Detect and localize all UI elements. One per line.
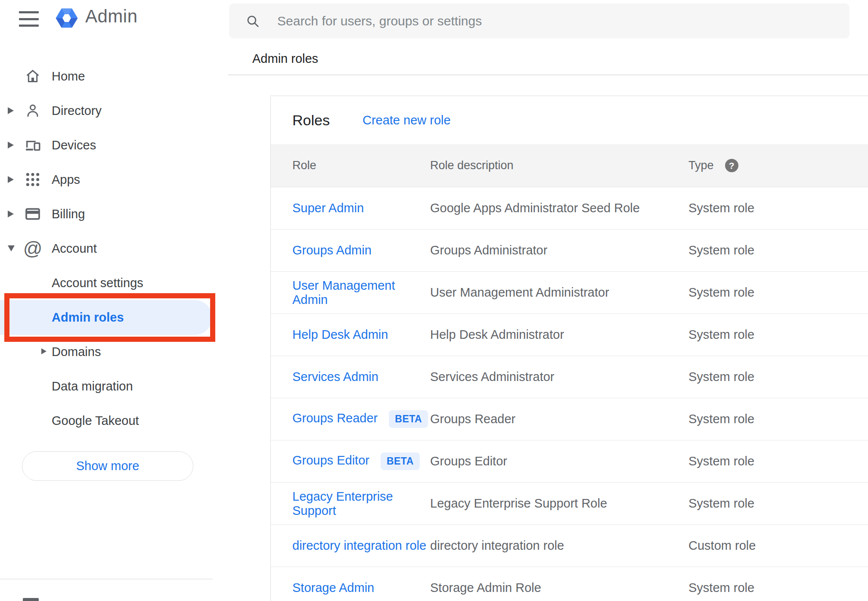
table-row: Groups ReaderBETAGroups ReaderSystem rol… [271, 398, 868, 440]
expand-arrow-icon[interactable] [41, 348, 46, 354]
sidebar-item-devices[interactable]: Devices [0, 128, 228, 162]
brand-header: Admin [0, 0, 228, 39]
beta-badge: BETA [381, 452, 420, 470]
sidebar-item-data-migration[interactable]: Data migration [0, 369, 228, 403]
role-description: User Management Administrator [430, 285, 688, 300]
search-bar[interactable] [229, 3, 849, 38]
role-description: Help Desk Administrator [430, 328, 688, 342]
sidebar-item-label: Devices [52, 128, 96, 162]
role-description: directory integration role [430, 539, 688, 553]
role-description: Groups Reader [430, 412, 688, 426]
sidebar-item-label: Apps [52, 162, 80, 197]
role-link[interactable]: Services Admin [292, 370, 378, 384]
sidebar-item-label: Account [52, 231, 97, 266]
sidebar-item-label: Billing [52, 197, 85, 231]
role-type: System role [688, 454, 868, 468]
breadcrumb: Admin roles [252, 52, 318, 66]
role-link[interactable]: Storage Admin [292, 581, 374, 595]
sidebar-item-admin-roles[interactable]: Admin roles [0, 300, 228, 335]
role-link[interactable]: Super Admin [292, 201, 364, 215]
sidebar-item-apps[interactable]: Apps [0, 162, 228, 197]
sidebar-item-label: Home [52, 59, 85, 93]
admin-logo-icon [54, 6, 79, 31]
role-link[interactable]: directory integration role [292, 539, 426, 552]
column-header-description: Role description [430, 159, 688, 172]
sidebar-item-domains[interactable]: Domains [0, 335, 228, 369]
panel-title: Roles [292, 112, 330, 129]
role-description: Storage Admin Role [430, 581, 688, 595]
role-description: Groups Editor [430, 454, 688, 468]
role-type: System role [688, 370, 868, 384]
role-type: System role [688, 496, 868, 511]
sidebar-item-label: Directory [52, 93, 102, 128]
create-new-role-link[interactable]: Create new role [363, 113, 451, 127]
role-type: Custom role [688, 539, 868, 553]
sidebar-item-directory[interactable]: Directory [0, 93, 228, 128]
role-link[interactable]: Groups Admin [292, 243, 372, 257]
sidebar-item-google-takeout[interactable]: Google Takeout [0, 403, 228, 438]
sidebar-item-account[interactable]: @ Account [0, 231, 228, 266]
search-input[interactable] [277, 3, 849, 38]
apps-grid-icon [24, 171, 41, 188]
content-divider [228, 74, 868, 75]
column-header-type: Type ? [688, 159, 868, 172]
sidebar-item-label: Data migration [52, 369, 133, 403]
show-more-button[interactable]: Show more [22, 451, 193, 481]
sidebar-item-label: Admin roles [52, 300, 124, 335]
partial-icon [23, 598, 39, 601]
column-header-type-label: Type [688, 159, 714, 172]
sidebar-item-billing[interactable]: Billing [0, 197, 228, 231]
table-row: Services AdminServices AdministratorSyst… [271, 356, 868, 398]
table-row: Groups AdminGroups AdministratorSystem r… [271, 229, 868, 272]
table-row: Help Desk AdminHelp Desk AdministratorSy… [271, 314, 868, 356]
column-header-role: Role [271, 159, 430, 172]
roles-table-body: Super AdminGoogle Apps Administrator See… [271, 187, 868, 601]
table-row: Super AdminGoogle Apps Administrator See… [271, 187, 868, 229]
sidebar: Admin Home Directory Devices [0, 0, 228, 601]
table-row: Legacy Enterprise SupportLegacy Enterpri… [271, 483, 868, 525]
person-icon [24, 102, 41, 119]
collapse-arrow-icon[interactable] [8, 231, 18, 266]
expand-arrow-icon[interactable] [8, 128, 18, 162]
beta-badge: BETA [389, 410, 428, 428]
role-description: Legacy Enterprise Support Role [430, 496, 688, 511]
devices-icon [24, 136, 41, 154]
table-row: User Management AdminUser Management Adm… [271, 272, 868, 314]
credit-card-icon [24, 205, 41, 223]
table-header-row: Role Role description Type ? [271, 144, 868, 187]
sidebar-item-label: Google Takeout [52, 403, 139, 438]
role-link[interactable]: Groups Editor [292, 453, 369, 467]
expand-arrow-icon[interactable] [8, 93, 18, 128]
help-icon[interactable]: ? [725, 159, 738, 172]
expand-arrow-icon[interactable] [8, 197, 18, 231]
role-description: Services Administrator [430, 370, 688, 384]
sidebar-item-label: Domains [52, 335, 101, 369]
table-row: Storage AdminStorage Admin RoleSystem ro… [271, 567, 868, 601]
role-type: System role [688, 412, 868, 426]
expand-arrow-icon[interactable] [8, 162, 18, 197]
role-link[interactable]: User Management Admin [292, 279, 395, 307]
role-type: System role [688, 201, 868, 215]
role-type: System role [688, 285, 868, 300]
home-icon [24, 68, 41, 85]
sidebar-item-account-settings[interactable]: Account settings [0, 266, 228, 300]
table-row: Groups EditorBETAGroups EditorSystem rol… [271, 440, 868, 483]
app-title: Admin [85, 6, 138, 27]
role-link[interactable]: Help Desk Admin [292, 328, 388, 341]
role-type: System role [688, 581, 868, 595]
role-description: Google Apps Administrator Seed Role [430, 201, 688, 215]
role-link[interactable]: Groups Reader [292, 411, 378, 425]
role-type: System role [688, 328, 868, 342]
search-icon [245, 14, 260, 28]
sidebar-item-label: Account settings [52, 266, 143, 300]
sidebar-item-home[interactable]: Home [0, 59, 228, 93]
role-link[interactable]: Legacy Enterprise Support [292, 489, 393, 517]
sidebar-divider [0, 579, 213, 579]
at-icon: @ [24, 240, 41, 257]
hamburger-menu-icon[interactable] [19, 11, 40, 27]
roles-panel: Roles Create new role Role Role descript… [270, 96, 868, 601]
table-row: directory integration roledirectory inte… [271, 525, 868, 567]
role-description: Groups Administrator [430, 243, 688, 257]
roles-panel-header: Roles Create new role [271, 96, 868, 144]
role-type: System role [688, 243, 868, 257]
